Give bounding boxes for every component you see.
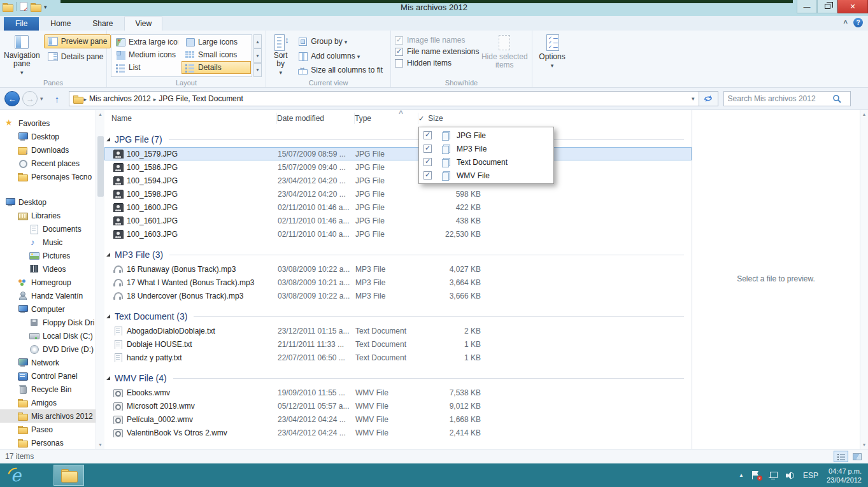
file-row-pel-cula-0002-wmv[interactable]: Película_0002.wmv23/04/2012 04:24 ...WMV… bbox=[104, 413, 692, 426]
sidebar-item-downloads[interactable]: Downloads bbox=[0, 143, 96, 157]
size-all-columns-button[interactable]: Size all columns to fit bbox=[294, 63, 387, 77]
sidebar-item-personajes-tecno[interactable]: Personajes Tecno bbox=[0, 170, 96, 183]
file-row-100-1579-jpg[interactable]: 100_1579.JPG15/07/2009 08:59 ...JPG File bbox=[104, 147, 692, 160]
recent-locations-dropdown-icon[interactable]: ▾ bbox=[40, 95, 43, 102]
scroll-down-icon[interactable]: ▼ bbox=[862, 441, 867, 449]
search-icon[interactable] bbox=[832, 94, 842, 104]
sidebar-item-libraries[interactable]: Libraries bbox=[0, 209, 96, 222]
file-row-microsoft-2019-wmv[interactable]: Microsoft 2019.wmv05/12/2011 05:57 a...W… bbox=[104, 399, 692, 413]
qat-customize-dropdown-icon[interactable] bbox=[44, 2, 47, 11]
sidebar-item-pictures[interactable]: Pictures bbox=[0, 249, 96, 262]
sidebar-item-desktop[interactable]: Desktop bbox=[0, 130, 96, 143]
sidebar-item-handz-valent-n[interactable]: Handz Valentín bbox=[0, 289, 96, 302]
filter-checkbox-icon[interactable] bbox=[423, 171, 432, 180]
sidebar-section-favorites[interactable]: Favorites bbox=[0, 116, 96, 130]
gallery-scroll-down-icon[interactable]: ▼ bbox=[253, 48, 262, 62]
sort-by-button[interactable]: ↕ Sort by bbox=[270, 33, 291, 77]
show-hidden-icons-button[interactable]: ▲ bbox=[739, 472, 744, 478]
sidebar-item-documents[interactable]: Documents bbox=[0, 222, 96, 236]
file-row-100-1598-jpg[interactable]: 100_1598.JPG23/04/2012 04:20 ...JPG File… bbox=[104, 187, 692, 201]
sidebar-item-floppy-disk-dri[interactable]: Floppy Disk Dri bbox=[0, 316, 96, 329]
file-row-100-1600-jpg[interactable]: 100_1600.JPG02/11/2010 01:46 a...JPG Fil… bbox=[104, 201, 692, 214]
file-row-valentinbook-vs-otros-2-wmv[interactable]: ValentinBook Vs Otros 2.wmv23/04/2012 04… bbox=[104, 426, 692, 439]
file-row-100-1603-jpg[interactable]: 100_1603.JPG02/11/2010 01:40 a...JPG Fil… bbox=[104, 227, 692, 241]
file-row-doblaje-house-txt[interactable]: Doblaje HOUSE.txt21/11/2011 11:33 ...Tex… bbox=[104, 337, 692, 351]
sidebar-section-desktop[interactable]: Desktop bbox=[0, 195, 96, 209]
internet-explorer-button[interactable]: e bbox=[0, 463, 32, 487]
sidebar-item-music[interactable]: Music bbox=[0, 236, 96, 249]
sidebar-item-homegroup[interactable]: Homegroup bbox=[0, 276, 96, 289]
sidebar-item-dvd-drive-d[interactable]: DVD Drive (D:) bbox=[0, 342, 96, 356]
file-row-100-1601-jpg[interactable]: 100_1601.JPG02/11/2010 01:46 a...JPG Fil… bbox=[104, 214, 692, 227]
add-columns-button[interactable]: Add columns bbox=[294, 49, 387, 63]
check-file-name-extensions[interactable]: File name extensions bbox=[395, 47, 481, 56]
filter-checkbox-icon[interactable] bbox=[423, 131, 432, 139]
preview-scrollbar[interactable]: ▲ ▼ bbox=[860, 110, 868, 449]
checkbox-icon[interactable] bbox=[395, 48, 403, 56]
forward-button[interactable]: → bbox=[22, 91, 38, 106]
scroll-thumb[interactable] bbox=[97, 136, 104, 197]
sidebar-item-paseo[interactable]: Paseo bbox=[0, 423, 96, 436]
breadcrumb-jpg-file-text-document[interactable]: JPG File, Text Document bbox=[156, 94, 246, 103]
close-button[interactable]: ✕ bbox=[837, 0, 868, 13]
layout-list[interactable]: List bbox=[112, 61, 181, 74]
file-explorer-taskbar-button[interactable] bbox=[53, 465, 84, 486]
explorer-window-icon[interactable] bbox=[3, 3, 13, 11]
column-header-name[interactable]: Name bbox=[104, 113, 277, 124]
filter-item-wmv-file[interactable]: WMV File bbox=[419, 169, 553, 182]
checkbox-icon[interactable] bbox=[395, 59, 403, 67]
help-icon[interactable]: ? bbox=[853, 18, 863, 27]
file-row-18-undercover-bonus-track-mp3[interactable]: 18 Undercover (Bonus Track).mp303/08/200… bbox=[104, 289, 692, 302]
column-header-date-modified[interactable]: Date modified bbox=[277, 113, 355, 124]
file-row-100-1594-jpg[interactable]: 100_1594.JPG23/04/2012 04:20 ...JPG File bbox=[104, 174, 692, 187]
clock[interactable]: 04:47 p.m. 23/04/2012 bbox=[827, 467, 862, 484]
file-row-17-what-i-wanted-bonus-track-mp3[interactable]: 17 What I Wanted (Bonus Track).mp303/08/… bbox=[104, 276, 692, 289]
file-row-abogadodiablodoblaje-txt[interactable]: AbogadoDiabloDoblaje.txt23/12/2011 01:15… bbox=[104, 324, 692, 337]
preview-pane-button[interactable]: Preview pane bbox=[44, 34, 111, 48]
sidebar-item-recent-places[interactable]: Recent places bbox=[0, 157, 96, 170]
breadcrumb-mis-archivos-2012[interactable]: Mis archivos 2012 bbox=[87, 94, 153, 103]
collapse-ribbon-icon[interactable] bbox=[844, 18, 848, 27]
sidebar-item-mis-archivos-2012[interactable]: Mis archivos 2012 bbox=[0, 409, 96, 423]
layout-details[interactable]: Details bbox=[181, 61, 251, 74]
file-row-handz-y-patty-txt[interactable]: handz y patty.txt22/07/2011 06:50 ...Tex… bbox=[104, 351, 692, 364]
filter-item-jpg-file[interactable]: JPG File bbox=[419, 129, 553, 142]
breadcrumb[interactable]: Mis archivos 2012JPG File, Text Document… bbox=[69, 91, 699, 106]
group-header-wmv-file-4[interactable]: WMV File (4) bbox=[104, 371, 692, 386]
layout-extra-large-icons[interactable]: Extra large icons bbox=[112, 36, 181, 48]
tab-home[interactable]: Home bbox=[40, 17, 81, 31]
sidebar-item-amigos[interactable]: Amigos bbox=[0, 396, 96, 409]
filter-item-mp3-file[interactable]: MP3 File bbox=[419, 142, 553, 155]
navigation-pane-button[interactable]: Navigation pane bbox=[4, 33, 40, 77]
sidebar-item-control-panel[interactable]: Control Panel bbox=[0, 369, 96, 383]
back-button[interactable]: ← bbox=[4, 91, 20, 106]
qat-properties-icon[interactable] bbox=[20, 2, 27, 11]
column-header-type[interactable]: Type bbox=[355, 113, 418, 124]
filter-item-text-document[interactable]: Text Document bbox=[419, 155, 553, 169]
network-tray-icon[interactable] bbox=[769, 472, 778, 479]
scroll-up-icon[interactable]: ▲ bbox=[98, 110, 103, 118]
group-by-button[interactable]: Group by bbox=[294, 34, 387, 48]
tab-share[interactable]: Share bbox=[82, 17, 123, 31]
file-row-16-runaway-bonus-track-mp3[interactable]: 16 Runaway (Bonus Track).mp303/08/2009 1… bbox=[104, 262, 692, 276]
file-row-100-1586-jpg[interactable]: 100_1586.JPG15/07/2009 09:40 ...JPG File bbox=[104, 160, 692, 174]
layout-large-icons[interactable]: Large icons bbox=[181, 36, 251, 48]
collapse-triangle-icon[interactable] bbox=[106, 376, 110, 380]
sidebar-item-network[interactable]: Network bbox=[0, 356, 96, 369]
thumbnail-view-button[interactable] bbox=[850, 451, 864, 462]
address-dropdown-icon[interactable]: ▾ bbox=[692, 95, 695, 102]
tab-file[interactable]: File bbox=[4, 17, 39, 31]
search-input[interactable] bbox=[724, 94, 832, 103]
group-header-jpg-file-7[interactable]: JPG File (7) bbox=[104, 132, 692, 147]
sidebar-item-personas[interactable]: Personas bbox=[0, 436, 96, 449]
action-center-icon[interactable] bbox=[752, 471, 760, 479]
collapse-triangle-icon[interactable] bbox=[106, 138, 110, 141]
collapse-triangle-icon[interactable] bbox=[106, 314, 110, 318]
scroll-down-icon[interactable]: ▼ bbox=[98, 441, 103, 449]
layout-small-icons[interactable]: Small icons bbox=[181, 48, 251, 61]
gallery-more-icon[interactable]: ▼ bbox=[253, 63, 262, 77]
tab-view[interactable]: View bbox=[124, 17, 162, 31]
details-pane-button[interactable]: Details pane bbox=[44, 50, 111, 64]
filter-checkbox-icon[interactable] bbox=[423, 158, 432, 166]
gallery-scroll-up-icon[interactable]: ▲ bbox=[253, 34, 262, 48]
